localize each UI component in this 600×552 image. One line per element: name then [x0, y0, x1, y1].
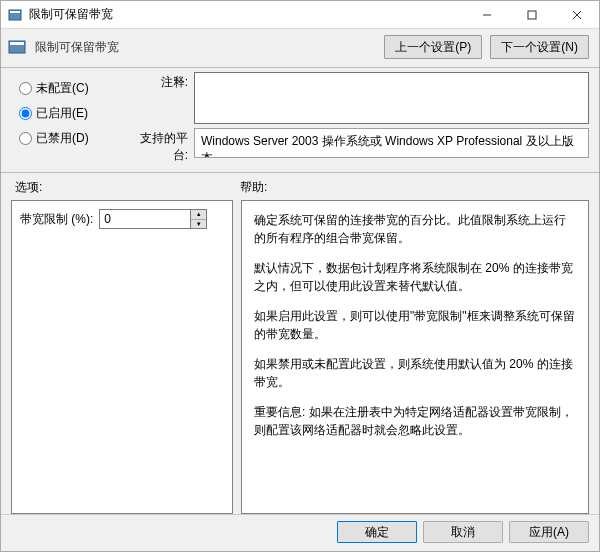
prev-setting-button[interactable]: 上一个设置(P) [384, 35, 482, 59]
radio-not-configured-input[interactable] [19, 82, 32, 95]
close-button[interactable] [554, 1, 599, 29]
bandwidth-spinner[interactable]: ▲ ▼ [99, 209, 207, 229]
comment-field: 注释: [126, 72, 589, 124]
help-paragraph: 重要信息: 如果在注册表中为特定网络适配器设置带宽限制，则配置该网络适配器时就会… [254, 403, 576, 439]
options-label: 选项: [15, 179, 240, 196]
radio-enabled[interactable]: 已启用(E) [19, 105, 126, 122]
help-paragraph: 确定系统可保留的连接带宽的百分比。此值限制系统上运行的所有程序的组合带宽保留。 [254, 211, 576, 247]
radio-not-configured[interactable]: 未配置(C) [19, 80, 126, 97]
policy-icon [7, 37, 27, 57]
bandwidth-input[interactable] [100, 210, 190, 228]
header-row: 限制可保留带宽 上一个设置(P) 下一个设置(N) [1, 29, 599, 65]
minimize-button[interactable] [464, 1, 509, 29]
section-labels: 选项: 帮助: [1, 177, 599, 200]
radio-disabled-input[interactable] [19, 132, 32, 145]
top-section: 未配置(C) 已启用(E) 已禁用(D) 注释: 支持的平台: [1, 72, 599, 170]
ok-button[interactable]: 确定 [337, 521, 417, 543]
platform-label: 支持的平台: [126, 128, 188, 164]
window-title: 限制可保留带宽 [29, 6, 464, 23]
spinner-down-button[interactable]: ▼ [191, 220, 206, 229]
state-radio-group: 未配置(C) 已启用(E) 已禁用(D) [11, 72, 126, 164]
bandwidth-label: 带宽限制 (%): [20, 211, 93, 228]
page-title: 限制可保留带宽 [35, 39, 376, 56]
maximize-button[interactable] [509, 1, 554, 29]
next-setting-button[interactable]: 下一个设置(N) [490, 35, 589, 59]
comment-input[interactable] [194, 72, 589, 124]
help-paragraph: 默认情况下，数据包计划程序将系统限制在 20% 的连接带宽之内，但可以使用此设置… [254, 259, 576, 295]
options-panel: 带宽限制 (%): ▲ ▼ [11, 200, 233, 514]
radio-disabled-label: 已禁用(D) [36, 130, 89, 147]
radio-not-configured-label: 未配置(C) [36, 80, 89, 97]
window-buttons [464, 1, 599, 29]
panels-row: 带宽限制 (%): ▲ ▼ 确定系统可保留的连接带宽的百分比。此值限制系统上运行… [1, 200, 599, 514]
bandwidth-option: 带宽限制 (%): ▲ ▼ [20, 209, 224, 229]
titlebar: 限制可保留带宽 [1, 1, 599, 29]
radio-disabled[interactable]: 已禁用(D) [19, 130, 126, 147]
divider-2 [1, 172, 599, 173]
platform-field: 支持的平台: Windows Server 2003 操作系统或 Windows… [126, 128, 589, 164]
spinner-up-button[interactable]: ▲ [191, 210, 206, 220]
policy-editor-window: 限制可保留带宽 限制可保留带宽 上一个设置(P) 下一个设置(N) 未配置(C) [0, 0, 600, 552]
apply-button[interactable]: 应用(A) [509, 521, 589, 543]
help-panel: 确定系统可保留的连接带宽的百分比。此值限制系统上运行的所有程序的组合带宽保留。 … [241, 200, 589, 514]
help-paragraph: 如果启用此设置，则可以使用"带宽限制"框来调整系统可保留的带宽数量。 [254, 307, 576, 343]
radio-enabled-input[interactable] [19, 107, 32, 120]
cancel-button[interactable]: 取消 [423, 521, 503, 543]
comment-label: 注释: [126, 72, 188, 91]
divider [1, 67, 599, 68]
svg-rect-1 [10, 11, 20, 13]
app-icon [7, 7, 23, 23]
svg-rect-3 [528, 11, 536, 19]
platform-value: Windows Server 2003 操作系统或 Windows XP Pro… [194, 128, 589, 158]
content-area: 限制可保留带宽 上一个设置(P) 下一个设置(N) 未配置(C) 已启用(E) … [1, 29, 599, 551]
svg-rect-7 [10, 42, 24, 45]
footer-buttons: 确定 取消 应用(A) [1, 514, 599, 551]
spinner-buttons: ▲ ▼ [190, 210, 206, 228]
fields-column: 注释: 支持的平台: Windows Server 2003 操作系统或 Win… [126, 72, 589, 164]
help-paragraph: 如果禁用或未配置此设置，则系统使用默认值为 20% 的连接带宽。 [254, 355, 576, 391]
help-label: 帮助: [240, 179, 585, 196]
radio-enabled-label: 已启用(E) [36, 105, 88, 122]
